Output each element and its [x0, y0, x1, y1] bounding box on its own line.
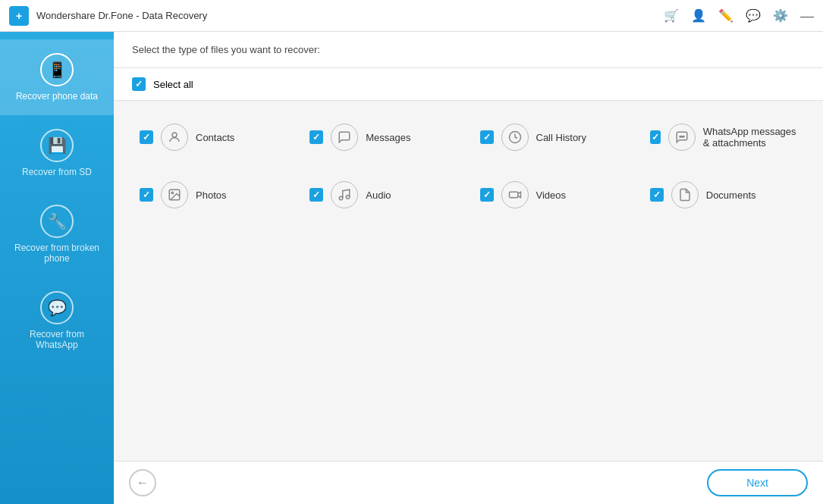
svg-point-4 [683, 136, 684, 138]
checkbox-photos[interactable] [140, 188, 153, 202]
icon-audio [331, 181, 358, 208]
sidebar-item-recover-sd-label: Recover from SD [22, 167, 92, 177]
label-contacts: Contacts [196, 132, 234, 143]
icon-videos [501, 181, 529, 208]
bottom-bar: ← Next [114, 461, 823, 504]
back-icon: ← [137, 476, 149, 490]
sidebar-item-recover-phone[interactable]: 📱 Recover phone data [0, 39, 114, 115]
file-type-audio[interactable]: Audio [302, 174, 464, 216]
title-bar-icons: 🛒 👤 ✏️ 💬 ⚙️ — [664, 8, 814, 23]
icon-messages [331, 124, 358, 151]
edit-icon[interactable]: ✏️ [718, 8, 733, 23]
select-all-section: Select all [114, 68, 823, 101]
file-type-photos[interactable]: Photos [132, 174, 294, 216]
file-type-videos[interactable]: Videos [473, 174, 635, 216]
chat-icon[interactable]: 💬 [746, 8, 761, 23]
svg-point-7 [340, 196, 344, 200]
sidebar-item-recover-sd[interactable]: 💾 Recover from SD [0, 115, 114, 191]
svg-point-6 [171, 192, 173, 193]
app-logo: + [9, 6, 29, 26]
sidebar-item-recover-phone-label: Recover phone data [16, 91, 98, 102]
minimize-icon[interactable]: — [800, 9, 814, 23]
back-button[interactable]: ← [129, 469, 156, 496]
recover-broken-icon: 🔧 [40, 205, 74, 238]
sidebar-item-recover-whatsapp[interactable]: 💬 Recover from WhatsApp [0, 277, 114, 364]
sidebar: 📱 Recover phone data 💾 Recover from SD 🔧… [0, 32, 114, 504]
checkbox-documents[interactable] [650, 188, 664, 202]
label-videos: Videos [536, 189, 567, 201]
svg-point-8 [347, 196, 350, 199]
label-whatsapp: WhatsApp messages & attachments [703, 126, 797, 149]
next-button[interactable]: Next [707, 469, 808, 496]
file-types-grid: Contacts Messages Call History WhatsApp … [132, 116, 805, 216]
content-header: Select the type of files you want to rec… [114, 32, 823, 68]
title-bar: + Wondershare Dr.Fone - Data Recovery 🛒 … [0, 0, 823, 32]
settings-icon[interactable]: ⚙️ [773, 8, 788, 23]
checkbox-audio[interactable] [309, 188, 323, 202]
select-all-label: Select all [153, 79, 193, 90]
recover-phone-icon: 📱 [40, 53, 74, 86]
logo-text: + [16, 10, 22, 22]
checkbox-messages[interactable] [309, 130, 323, 144]
file-type-documents[interactable]: Documents [642, 174, 805, 216]
label-documents: Documents [706, 189, 756, 201]
label-audio: Audio [366, 189, 391, 201]
icon-documents [671, 181, 699, 208]
checkbox-call-history[interactable] [480, 130, 494, 144]
app-title: Wondershare Dr.Fone - Data Recovery [36, 10, 207, 21]
svg-point-2 [680, 136, 681, 138]
checkbox-contacts[interactable] [140, 130, 153, 144]
file-types-area: Contacts Messages Call History WhatsApp … [114, 101, 823, 461]
user-icon[interactable]: 👤 [691, 8, 706, 23]
sidebar-item-recover-whatsapp-label: Recover from WhatsApp [8, 329, 106, 350]
icon-whatsapp [668, 124, 696, 151]
svg-point-0 [172, 133, 177, 137]
svg-point-3 [681, 136, 683, 138]
title-bar-left: + Wondershare Dr.Fone - Data Recovery [9, 6, 207, 26]
recover-sd-icon: 💾 [40, 129, 74, 162]
file-type-contacts[interactable]: Contacts [132, 116, 294, 158]
app-layout: 📱 Recover phone data 💾 Recover from SD 🔧… [0, 32, 823, 504]
file-type-whatsapp[interactable]: WhatsApp messages & attachments [642, 116, 805, 158]
label-call-history: Call History [536, 132, 586, 143]
file-type-messages[interactable]: Messages [302, 116, 464, 158]
sidebar-item-recover-broken[interactable]: 🔧 Recover from broken phone [0, 191, 114, 277]
main-content: Select the type of files you want to rec… [114, 32, 823, 504]
recover-whatsapp-icon: 💬 [40, 291, 74, 324]
select-all-checkbox[interactable] [132, 77, 146, 91]
label-messages: Messages [366, 132, 410, 143]
checkbox-videos[interactable] [480, 188, 494, 202]
icon-photos [161, 181, 188, 208]
checkbox-whatsapp[interactable] [650, 130, 661, 144]
label-photos: Photos [196, 189, 226, 201]
content-header-text: Select the type of files you want to rec… [132, 44, 320, 55]
sidebar-item-recover-broken-label: Recover from broken phone [8, 243, 106, 264]
icon-call-history [501, 124, 529, 151]
icon-contacts [161, 124, 188, 151]
cart-icon[interactable]: 🛒 [664, 8, 679, 23]
file-type-call-history[interactable]: Call History [473, 116, 635, 158]
svg-rect-9 [509, 192, 517, 198]
